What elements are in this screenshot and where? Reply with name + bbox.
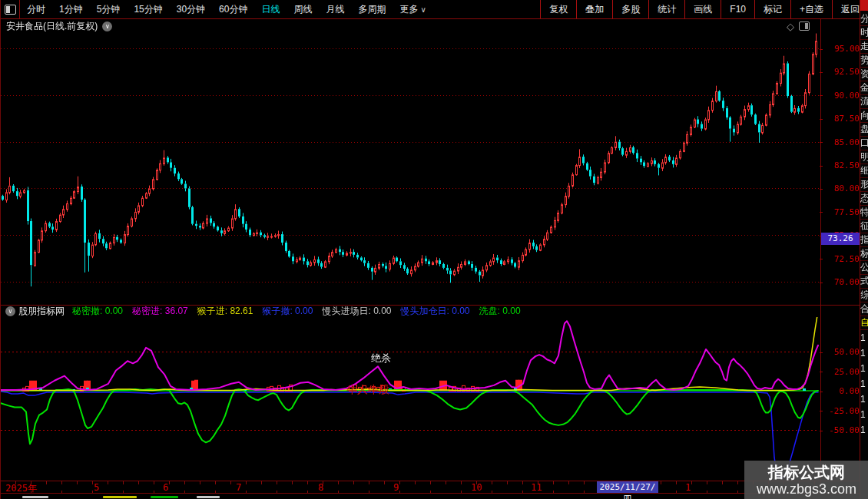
indicator-param: 慢头加仓日: 0.00	[401, 305, 470, 318]
toolbar-action-button[interactable]: 复权	[540, 0, 576, 18]
month-label: 1	[685, 482, 691, 493]
sidebar-tab-clipped[interactable]: 资	[860, 68, 868, 81]
collapse-indicator-icon[interactable]: ∨	[5, 306, 15, 316]
sidebar-tab-clipped[interactable]: 特	[860, 206, 868, 220]
price-axis-label: 82.50	[824, 160, 860, 170]
indicator-axis-label: 25.00	[824, 367, 860, 377]
sidebar-tab-clipped[interactable]: 时	[860, 26, 868, 40]
sidebar-tab-clipped[interactable]: 盘	[860, 123, 868, 137]
price-axis-label: 87.50	[824, 114, 860, 124]
sidebar-tab-clipped[interactable]: 分	[860, 12, 868, 26]
indicator-param: 秘密撤: 0.00	[72, 305, 123, 318]
sidebar-tab-clipped[interactable]: 标	[860, 247, 868, 261]
sidebar-tab-clipped[interactable]: 态	[860, 192, 868, 206]
sidebar-tab-clipped[interactable]: 走	[860, 40, 868, 54]
last-date-tag: 2025/11/27/四	[597, 481, 658, 493]
clipped-next-panel	[1, 494, 860, 499]
date-axis-ticks	[1, 481, 820, 484]
price-axis-label: 92.50	[824, 67, 860, 77]
month-label: 9	[393, 482, 399, 493]
period-tab[interactable]: 日线	[254, 0, 287, 18]
period-tab[interactable]: 15分钟	[127, 0, 169, 18]
month-label: 11	[531, 482, 542, 493]
watermark: 指标公式网 www.zbgs3.com	[744, 461, 868, 499]
toolbar-action-button[interactable]: 多股	[612, 0, 648, 18]
clipped-text-fragment	[197, 496, 220, 498]
period-tab[interactable]: 多周期	[351, 0, 393, 18]
toolbar-action-button[interactable]: 标记	[754, 0, 790, 18]
date-axis: 2025年5678910111 2025/11/27/四	[1, 481, 860, 494]
period-tab[interactable]: 5分钟	[90, 0, 128, 18]
period-tab[interactable]: 30分钟	[170, 0, 212, 18]
sidebar-tab-clipped[interactable]: 向	[860, 109, 868, 123]
indicator-canvas[interactable]	[1, 317, 820, 480]
sidebar-tab-clipped[interactable]: 指	[860, 233, 868, 247]
period-tab[interactable]: 1分钟	[52, 0, 90, 18]
sidebar-badge[interactable]: 自	[860, 316, 868, 330]
watermark-title: 指标公式网	[768, 463, 845, 481]
indicator-param: 猴子撤: 0.00	[262, 305, 313, 318]
diamond-marker-icon[interactable]: ◇	[787, 21, 794, 31]
price-axis-label: 90.00	[824, 91, 860, 101]
toolbar-action-button[interactable]: +自选	[790, 0, 832, 18]
last-price-tag: 73.26	[821, 233, 860, 245]
period-tab[interactable]: 分时	[20, 0, 52, 18]
indicator-axis-label: -50.00	[824, 425, 860, 435]
price-axis-label: 95.00	[824, 44, 860, 54]
date-axis-ticks-bottom	[1, 491, 820, 493]
watermark-url: www.zbgs3.com	[757, 481, 856, 497]
title-row: 安井食品(日线.前复权) ∨ ◇	[1, 20, 820, 32]
toolbar: 分时1分钟5分钟15分钟30分钟60分钟日线周线月线多周期更多 ∨ 复权叠加多股…	[1, 0, 868, 19]
sidebar-list-number[interactable]: 1	[860, 422, 868, 438]
sidebar-list-number[interactable]: 1	[860, 392, 868, 407]
sidebar-list-number[interactable]: 1	[860, 345, 868, 361]
clipped-text-fragment	[151, 496, 178, 498]
toolbar-action-button[interactable]: 统计	[648, 0, 684, 18]
sidebar-list-number[interactable]: 1	[860, 330, 868, 345]
price-axis-label: 80.00	[824, 183, 860, 193]
indicator-param: 秘密进: 36.07	[132, 305, 188, 318]
layout-toggle-icon[interactable]	[1, 0, 20, 18]
month-label: 8	[318, 482, 323, 493]
indicator-param: 猴子进: 82.61	[197, 305, 253, 318]
sidebar-tab-clipped[interactable]: 明	[860, 150, 868, 164]
sidebar-tab-clipped[interactable]: 综	[860, 289, 868, 302]
sidebar-tab-clipped[interactable]: 势	[860, 54, 868, 68]
indicator-param: 慢头进场日: 0.00	[322, 305, 391, 318]
month-label: 6	[163, 482, 168, 493]
sidebar-tab-clipped[interactable]: 金	[860, 81, 868, 95]
split-panel-icon[interactable]	[799, 21, 810, 31]
sidebar-list-number[interactable]: 1	[860, 376, 868, 392]
right-sidebar: 分时走势资金流向盘口明细形态特征指标公式综合 自 1111111	[860, 0, 868, 499]
sidebar-list-number[interactable]: 1	[860, 407, 868, 422]
indicator-name: 股朋指标网	[18, 305, 65, 318]
clipped-text-fragment	[22, 496, 48, 498]
sidebar-tab-clipped[interactable]: 公	[860, 261, 868, 275]
period-tab[interactable]: 周线	[287, 0, 319, 18]
trading-app-window: 分时1分钟5分钟15分钟30分钟60分钟日线周线月线多周期更多 ∨ 复权叠加多股…	[0, 0, 868, 499]
toolbar-action-button[interactable]: F10	[721, 0, 754, 18]
sidebar-tab-clipped[interactable]: 流	[860, 95, 868, 109]
toolbar-action-button[interactable]: 画线	[684, 0, 721, 18]
sidebar-tab-clipped[interactable]: 形	[860, 178, 868, 192]
month-label: 10	[471, 482, 482, 493]
indicator-annotation: 绝杀	[371, 352, 391, 365]
indicator-axis-label: -25.00	[824, 406, 860, 416]
sidebar-tab-clipped[interactable]: 征	[860, 220, 868, 233]
period-tab[interactable]: 60分钟	[212, 0, 254, 18]
indicator-axis-label: 50.00	[824, 347, 860, 357]
sidebar-tab-clipped[interactable]: 细	[860, 164, 868, 178]
sidebar-red-block	[860, 0, 868, 11]
toolbar-action-button[interactable]: 叠加	[576, 0, 612, 18]
sidebar-tab-clipped[interactable]: 合	[860, 302, 868, 316]
sidebar-tab-clipped[interactable]: 式	[860, 275, 868, 289]
collapse-chart-icon[interactable]: ∨	[102, 21, 112, 31]
price-chart-canvas[interactable]	[1, 19, 820, 305]
indicator-param: 洗盘: 0.00	[479, 305, 521, 318]
price-axis-label: 77.50	[824, 207, 860, 217]
sidebar-tab-clipped[interactable]: 口	[860, 137, 868, 150]
price-axis-label: 85.00	[824, 137, 860, 147]
sidebar-list-number[interactable]: 1	[860, 361, 868, 376]
indicator-params: 秘密撤: 0.00秘密进: 36.07猴子进: 82.61猴子撤: 0.00慢头…	[72, 305, 530, 318]
period-tab[interactable]: 月线	[319, 0, 351, 18]
